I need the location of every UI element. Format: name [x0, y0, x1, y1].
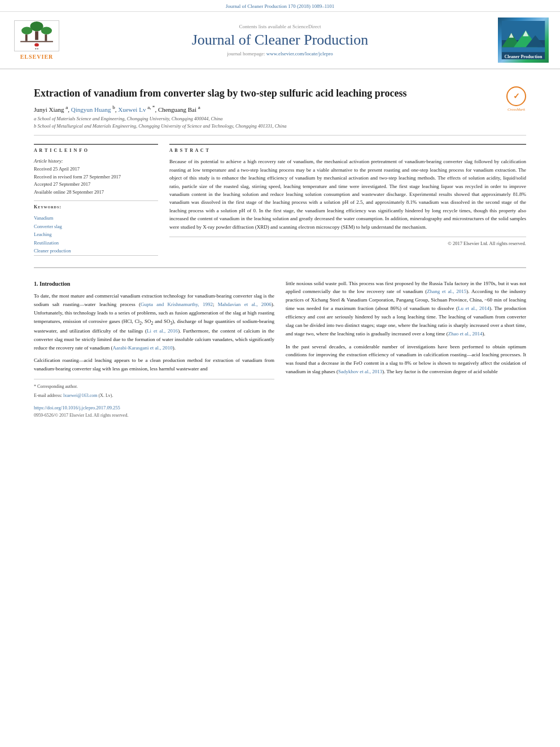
- body-left-col: 1. Introduction To date, the most mature…: [34, 279, 274, 420]
- elsevier-text: ELSEVIER: [20, 54, 54, 60]
- author-xuewei[interactable]: Xuewei Lv: [118, 106, 147, 113]
- intro-para-2: Calcification roasting—acid leaching app…: [34, 356, 274, 373]
- issn-line: 0959-6526/© 2017 Elsevier Ltd. All right…: [34, 412, 274, 419]
- keyword-vanadium[interactable]: Vanadium: [34, 214, 158, 222]
- cleaner-production-logo: Cleaner Production: [498, 18, 549, 63]
- affiliation-b: b School of Metallurgical and Materials …: [34, 123, 498, 130]
- article-title: Extraction of vanadium from converter sl…: [34, 86, 498, 100]
- sciencedirect-link[interactable]: Contents lists available at ScienceDirec…: [73, 24, 487, 29]
- footnote-section: * Corresponding author. E-mail address: …: [34, 379, 274, 420]
- svg-point-4: [41, 27, 52, 34]
- keywords-section: Keywords: Vanadium Converter slag Leachi…: [34, 200, 158, 255]
- received-date: Received 25 April 2017: [34, 165, 158, 173]
- keyword-cleaner-production[interactable]: Cleaner production: [34, 247, 158, 255]
- keywords-label: Keywords:: [34, 204, 158, 209]
- authors-line: Junyi Xiang a, Qingyun Huang b, Xuewei L…: [34, 104, 498, 113]
- cleaner-logo-image: [498, 21, 549, 59]
- ref-zhang[interactable]: Zhang et al., 2015: [427, 289, 466, 294]
- crossmark-section[interactable]: ✓ CrossMark: [506, 86, 526, 112]
- received-revised: Received in revised form 27 September 20…: [34, 173, 158, 181]
- elsevier-logo-section: ●● ELSEVIER: [11, 20, 62, 60]
- article-title-section: Extraction of vanadium from converter sl…: [34, 78, 526, 136]
- homepage-url[interactable]: www.elsevier.com/locate/jclepro: [266, 51, 333, 56]
- keyword-reutilization[interactable]: Reutilization: [34, 239, 158, 247]
- journal-reference-bar: Journal of Cleaner Production 170 (2018)…: [0, 0, 560, 12]
- footnote-email-line: E-mail address: lxuewei@163.com (X. Lv).: [34, 392, 274, 399]
- col2-para-2: In the past several decades, a considera…: [286, 343, 526, 376]
- abstract-col: A B S T R A C T Because of its potential…: [169, 144, 526, 255]
- history-label: Article history:: [34, 158, 158, 165]
- journal-reference-text: Journal of Cleaner Production 170 (2018)…: [226, 3, 335, 9]
- article-history: Article history: Received 25 April 2017 …: [34, 158, 158, 196]
- doi-link[interactable]: https://doi.org/10.1016/j.jclepro.2017.0…: [34, 404, 274, 412]
- ref-lu[interactable]: Lu et al., 2014: [458, 305, 489, 311]
- journal-header: ●● ELSEVIER Contents lists available at …: [0, 12, 560, 69]
- article-info-col: A R T I C L E I N F O Article history: R…: [34, 144, 158, 255]
- ref-li[interactable]: Li et al., 2016: [147, 328, 178, 334]
- homepage-label: journal homepage:: [227, 51, 265, 56]
- affiliations: a School of Materials Science and Engine…: [34, 115, 498, 130]
- svg-rect-3: [25, 34, 28, 41]
- ref-mahdavian[interactable]: Mahdavian et al., 2006: [218, 302, 272, 307]
- main-content: Extraction of vanadium from converter sl…: [0, 69, 560, 431]
- elsevier-graphic: ●●: [14, 20, 59, 51]
- abstract-text: Because of its potential to achieve a hi…: [169, 158, 526, 231]
- ref-zhao[interactable]: Zhao et al., 2014: [448, 331, 483, 337]
- author-chenguang: Chenguang Bai: [158, 106, 198, 113]
- copyright-text: © 2017 Elsevier Ltd. All rights reserved…: [169, 237, 526, 246]
- ref-sadykhov[interactable]: Sadykhov et al., 2013: [338, 369, 382, 374]
- section-divider: [34, 267, 526, 268]
- elsevier-tree-icon: ●●: [15, 21, 59, 51]
- ref-aarabi[interactable]: Aarabi-Karasgani et al., 2010: [112, 345, 172, 351]
- article-info-label: A R T I C L E I N F O: [34, 148, 158, 153]
- keyword-converter-slag[interactable]: Converter slag: [34, 222, 158, 230]
- svg-point-7: [34, 43, 39, 47]
- svg-rect-1: [35, 31, 38, 40]
- svg-rect-16: [502, 47, 545, 53]
- col2-para-1: little noxious solid waste poll. This pr…: [286, 279, 526, 338]
- footnote-email-link[interactable]: lxuewei@163.com: [63, 393, 98, 398]
- crossmark-label: CrossMark: [508, 107, 525, 112]
- homepage-link[interactable]: journal homepage: www.elsevier.com/locat…: [73, 51, 487, 56]
- author-qingyun[interactable]: Qingyun Huang: [71, 106, 112, 113]
- footnote-corresponding: * Corresponding author.: [34, 383, 274, 390]
- svg-text:●●: ●●: [35, 47, 39, 50]
- accepted-date: Accepted 27 September 2017: [34, 181, 158, 189]
- ref-gupta[interactable]: Gupta and Krishnamurthy, 1992: [141, 302, 213, 307]
- journal-center-section: Contents lists available at ScienceDirec…: [62, 24, 498, 56]
- intro-heading: 1. Introduction: [34, 279, 274, 289]
- cleaner-logo-text: Cleaner Production: [498, 54, 549, 60]
- abstract-label: A B S T R A C T: [169, 148, 526, 153]
- available-date: Available online 28 September 2017: [34, 189, 158, 196]
- intro-para-1: To date, the most mature and commercial …: [34, 292, 274, 352]
- body-right-col: little noxious solid waste poll. This pr…: [286, 279, 526, 420]
- crossmark-icon: ✓: [506, 86, 526, 106]
- intro-section-title: Introduction: [40, 281, 70, 287]
- svg-rect-5: [45, 34, 47, 41]
- intro-section-number: 1.: [34, 281, 38, 287]
- svg-point-2: [21, 27, 32, 34]
- article-title-block: Extraction of vanadium from converter sl…: [34, 86, 498, 129]
- svg-rect-6: [20, 41, 53, 42]
- affiliation-a: a School of Materials Science and Engine…: [34, 115, 498, 123]
- sciencedirect-label: Contents lists available at ScienceDirec…: [239, 24, 321, 29]
- keyword-leaching[interactable]: Leaching: [34, 230, 158, 238]
- journal-title: Journal of Cleaner Production: [73, 32, 487, 49]
- body-two-col: 1. Introduction To date, the most mature…: [34, 279, 526, 420]
- info-abstract-section: A R T I C L E I N F O Article history: R…: [34, 144, 526, 255]
- author-junyi: Junyi Xiang: [34, 106, 65, 113]
